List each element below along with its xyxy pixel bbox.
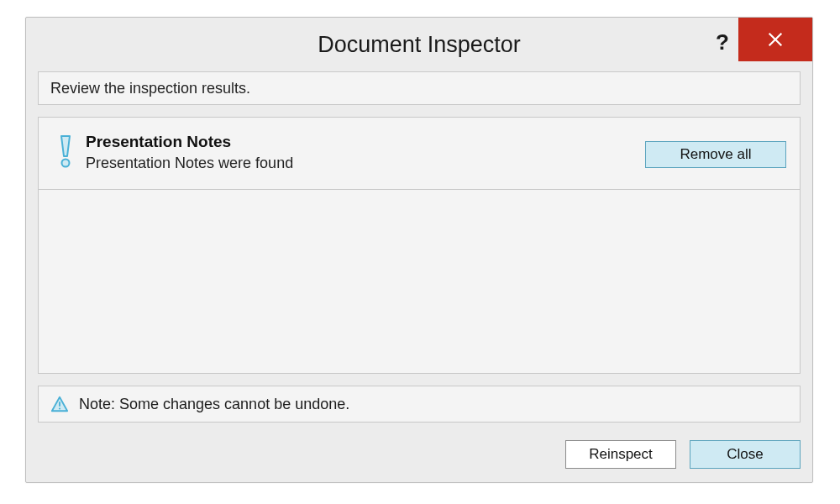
- results-panel: Presentation Notes Presentation Notes we…: [38, 117, 801, 374]
- document-inspector-dialog: Document Inspector ? Review the inspecti…: [25, 17, 813, 483]
- result-title: Presentation Notes: [86, 133, 645, 151]
- result-text: Presentation Notes Presentation Notes we…: [81, 133, 645, 172]
- dialog-title: Document Inspector: [318, 32, 521, 58]
- close-icon: [766, 30, 785, 49]
- alert-icon: [50, 133, 81, 168]
- close-window-button[interactable]: [738, 18, 812, 61]
- note-panel: Note: Some changes cannot be undone.: [38, 386, 801, 423]
- help-icon: ?: [716, 29, 729, 55]
- reinspect-button[interactable]: Reinspect: [565, 440, 676, 469]
- instruction-panel: Review the inspection results.: [38, 71, 801, 105]
- close-button[interactable]: Close: [690, 440, 801, 469]
- svg-point-4: [59, 407, 60, 409]
- note-text: Note: Some changes cannot be undone.: [79, 396, 349, 413]
- dialog-footer: Reinspect Close: [26, 428, 812, 482]
- result-row: Presentation Notes Presentation Notes we…: [39, 118, 800, 190]
- titlebar: Document Inspector ?: [26, 18, 812, 71]
- svg-point-2: [62, 160, 70, 167]
- warning-icon: [50, 395, 69, 413]
- instruction-text: Review the inspection results.: [50, 80, 250, 97]
- help-button[interactable]: ?: [710, 29, 735, 55]
- remove-all-button[interactable]: Remove all: [645, 141, 786, 168]
- result-description: Presentation Notes were found: [86, 155, 645, 172]
- result-action: Remove all: [645, 133, 786, 168]
